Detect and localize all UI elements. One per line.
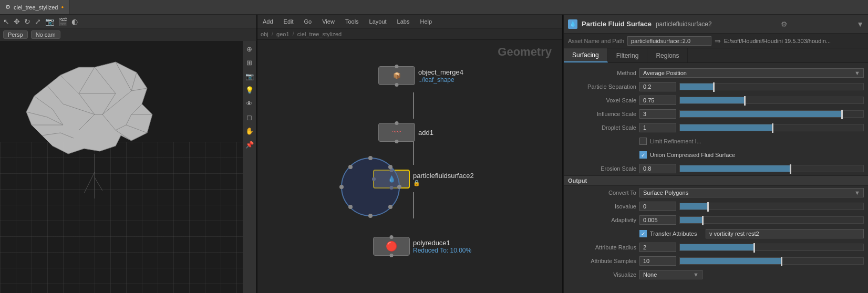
prop-label-visualize: Visualize xyxy=(568,271,636,278)
prop-value-attr-radius[interactable]: 2 xyxy=(639,243,676,252)
prop-slider-attr-radius[interactable] xyxy=(679,244,864,251)
node-box-pfs2[interactable]: 💧 xyxy=(373,170,410,189)
slider-handle-droplet-scale[interactable] xyxy=(772,123,773,133)
prop-slider-influence-scale[interactable] xyxy=(679,110,864,118)
node-lock-icon: 🔒 xyxy=(413,180,474,186)
prop-slider-particle-sep[interactable] xyxy=(679,83,864,90)
prop-slider-attr-samples[interactable] xyxy=(679,257,864,265)
prop-checkbox-limit-refinement[interactable] xyxy=(639,138,647,145)
prop-method-dropdown[interactable]: Average Position ▼ xyxy=(639,68,864,78)
prop-row-particle-sep: Particle Separation 0.2 xyxy=(564,80,868,93)
slider-handle-voxel-scale[interactable] xyxy=(744,96,746,106)
prop-label-convert-to: Convert To xyxy=(568,190,636,196)
window-tab[interactable]: ⚙ ciel_tree_stylized ● xyxy=(0,0,69,14)
node-polyreduce1[interactable]: 🔴 polyreduce1 Reduced To: 10.00% xyxy=(373,237,471,256)
node-add1[interactable]: 〰 add1 xyxy=(378,123,433,142)
prop-slider-erosion-scale[interactable] xyxy=(679,165,864,172)
prop-checkbox-transfer-attrs[interactable] xyxy=(639,230,647,237)
nocam-button[interactable]: No cam xyxy=(31,30,60,39)
scale-icon[interactable]: ⤢ xyxy=(35,17,41,26)
move-icon[interactable]: ✥ xyxy=(14,17,20,26)
prop-label-influence-scale: Influence Scale xyxy=(568,111,636,117)
prop-value-isovalue[interactable]: 0 xyxy=(639,202,676,211)
rotate-icon[interactable]: ↻ xyxy=(24,17,30,26)
prop-slider-isovalue[interactable] xyxy=(679,203,864,210)
view-icon[interactable]: 👁 xyxy=(244,98,255,109)
slider-handle-particle-sep[interactable] xyxy=(713,82,715,92)
graph-breadcrumb: obj / geo1 / ciel_tree_stylized xyxy=(257,28,562,40)
prop-slider-voxel-scale[interactable] xyxy=(679,97,864,104)
render-icon[interactable]: 🎬 xyxy=(58,17,67,26)
prop-value-voxel-scale[interactable]: 0.75 xyxy=(639,96,676,105)
tab-regions[interactable]: Regions xyxy=(647,48,688,62)
tools-menu[interactable]: Tools xyxy=(343,18,361,25)
layout-menu[interactable]: Layout xyxy=(367,18,389,25)
prop-row-droplet-scale: Droplet Scale 1 xyxy=(564,121,868,134)
convert-dropdown-arrow: ▼ xyxy=(854,190,860,196)
node-box-object-merge4[interactable]: 📦 xyxy=(378,66,415,85)
convert-to-value: Surface Polygons xyxy=(643,190,688,196)
slider-handle-attr-radius[interactable] xyxy=(753,243,755,253)
settings-icon[interactable]: ⚙ xyxy=(781,20,788,28)
camera-icon[interactable]: 📷 xyxy=(45,17,54,26)
prop-label-transfer-attrs: Transfer Attributes xyxy=(650,231,702,237)
prop-checkbox-union-compressed[interactable] xyxy=(639,151,647,159)
main-area: ↖ ✥ ↻ ⤢ 📷 🎬 ◐ Persp No cam xyxy=(0,15,868,293)
breadcrumb-obj[interactable]: obj xyxy=(261,31,268,37)
node-box-add1[interactable]: 〰 xyxy=(378,123,415,142)
slider-handle-adaptivity[interactable] xyxy=(702,216,704,225)
prop-value-erosion-scale[interactable]: 0.8 xyxy=(639,164,676,173)
slider-handle-attr-samples[interactable] xyxy=(781,257,782,266)
prop-value-particle-sep[interactable]: 0.2 xyxy=(639,82,676,91)
svg-point-44 xyxy=(388,205,392,209)
slider-handle-influence-scale[interactable] xyxy=(841,110,843,119)
tab-filtering[interactable]: Filtering xyxy=(608,48,648,62)
snap-icon[interactable]: ⊕ xyxy=(244,43,255,55)
props-title: Particle Fluid Surface xyxy=(582,20,652,28)
labs-menu[interactable]: Labs xyxy=(395,18,412,25)
pin-icon[interactable]: 📌 xyxy=(244,139,255,150)
prop-value-influence-scale[interactable]: 3 xyxy=(639,109,676,119)
node-labels-pfs2: particlefluidsurface2 🔒 xyxy=(413,172,474,186)
view-menu[interactable]: View xyxy=(320,18,337,25)
go-menu[interactable]: Go xyxy=(302,18,314,25)
asset-name-input[interactable]: particlefluidsurface::2.0 xyxy=(627,36,711,46)
handle-icon[interactable]: ✋ xyxy=(244,125,255,137)
camera2-icon[interactable]: 📷 xyxy=(244,70,255,82)
connector-left xyxy=(372,177,376,181)
viewport-side-icons: ⊕ ⊞ 📷 💡 👁 ◻ ✋ 📌 xyxy=(243,41,256,293)
node-type-icon: 💧 xyxy=(568,19,577,29)
select-icon[interactable]: ↖ xyxy=(3,17,9,26)
graph-toolbar: Add Edit Go View Tools Layout Labs Help xyxy=(257,15,562,28)
slider-fill-adaptivity xyxy=(680,217,702,223)
connector-bottom xyxy=(390,186,394,190)
prop-value-attr-samples[interactable]: 10 xyxy=(639,256,676,266)
prop-value-droplet-scale[interactable]: 1 xyxy=(639,123,676,132)
light-icon[interactable]: 💡 xyxy=(244,84,255,96)
more-icon[interactable]: ▼ xyxy=(856,20,864,28)
prop-slider-droplet-scale[interactable] xyxy=(679,124,864,131)
slider-handle-erosion-scale[interactable] xyxy=(790,164,791,174)
prop-visualize-dropdown[interactable]: None ▼ xyxy=(639,270,702,279)
node-object-merge4[interactable]: 📦 object_merge4 ../leaf_shape xyxy=(378,66,463,85)
breadcrumb-geo1[interactable]: geo1 xyxy=(276,31,289,37)
graph-content: Geometry 📦 object_merge4 ../l xyxy=(257,40,562,293)
node-box-polyreduce1[interactable]: 🔴 xyxy=(373,237,410,256)
prop-value-adaptivity[interactable]: 0.005 xyxy=(639,215,676,225)
shading-icon[interactable]: ◐ xyxy=(71,17,78,26)
connector-top xyxy=(395,121,399,125)
slider-handle-isovalue[interactable] xyxy=(707,202,709,212)
grid-icon[interactable]: ⊞ xyxy=(244,57,255,68)
tab-surfacing[interactable]: Surfacing xyxy=(564,48,608,62)
persp-button[interactable]: Persp xyxy=(3,30,28,39)
edit-menu[interactable]: Edit xyxy=(282,18,296,25)
breadcrumb-ciel[interactable]: ciel_tree_stylized xyxy=(297,31,342,37)
add-menu[interactable]: Add xyxy=(261,18,275,25)
prop-convert-to-dropdown[interactable]: Surface Polygons ▼ xyxy=(639,188,864,197)
geometry-label: Geometry xyxy=(498,45,552,59)
prop-slider-adaptivity[interactable] xyxy=(679,216,864,224)
node-particlefluidsurface2[interactable]: 💧 particlefluidsurface2 🔒 xyxy=(373,170,474,189)
prop-value-transfer-attrs[interactable]: v vorticity rest rest2 xyxy=(706,229,864,238)
geo-icon[interactable]: ◻ xyxy=(244,111,255,123)
help-menu[interactable]: Help xyxy=(418,18,434,25)
